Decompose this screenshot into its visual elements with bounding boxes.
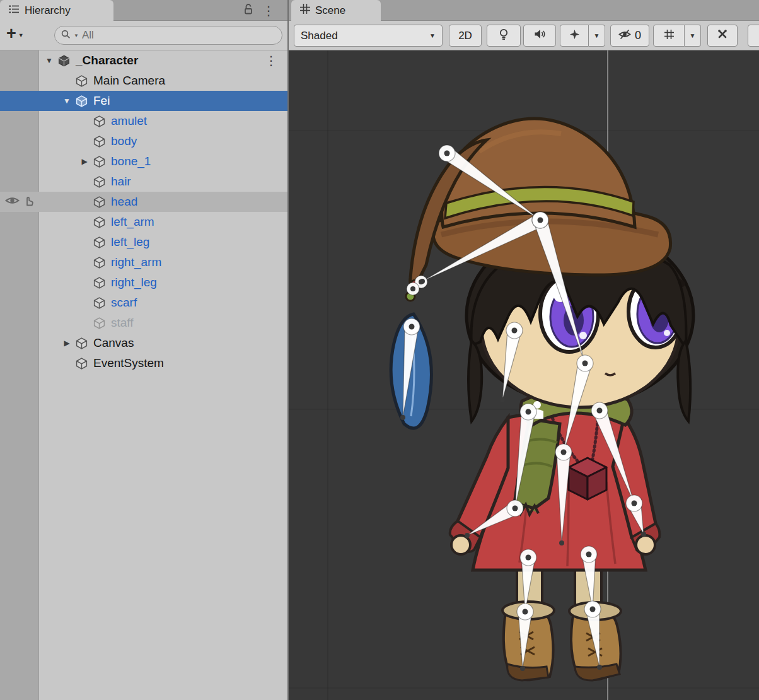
tab-scene-label: Scene (315, 4, 345, 17)
scene-toolbar: Shaded ▼ 2D ▼ 0 (289, 21, 759, 50)
hierarchy-search-input[interactable]: ▼ All (54, 26, 282, 45)
prefab-cube-icon (74, 94, 88, 108)
foldout-open-icon[interactable]: ▼ (59, 96, 74, 105)
item-label: _Character (76, 54, 138, 67)
hierarchy-menu-icon[interactable]: ⋮ (262, 4, 275, 17)
item-label: bone_1 (111, 155, 151, 168)
chevron-down-icon: ▼ (429, 32, 436, 39)
panel-divider[interactable] (287, 0, 289, 700)
unity-scene-icon (57, 54, 71, 67)
scene-effects-dropdown[interactable]: ▼ (589, 25, 605, 47)
unity-editor-window: Hierarchy ⋮ Scene + ▼ ▼ All (0, 0, 759, 700)
tab-scene[interactable]: Scene (291, 0, 381, 21)
foldout-closed-icon[interactable]: ▶ (59, 339, 74, 347)
toolbar-overflow-button[interactable] (748, 25, 759, 47)
gameobject-cube-icon (92, 255, 106, 269)
hierarchy-item-left-leg[interactable]: left_leg (0, 232, 287, 252)
item-label: amulet (111, 114, 147, 128)
item-label: Main Camera (93, 74, 165, 88)
lightbulb-icon (498, 28, 509, 44)
hierarchy-item-head[interactable]: head (0, 192, 287, 212)
toggle-2d-label: 2D (458, 30, 472, 42)
hidden-objects-toggle[interactable]: 0 (610, 25, 649, 47)
hierarchy-toolbar: + ▼ ▼ All (0, 21, 287, 50)
hierarchy-item-staff[interactable]: staff (0, 313, 287, 333)
scene-audio-toggle[interactable] (523, 25, 556, 47)
shading-mode-label: Shaded (301, 30, 338, 42)
search-filter-label: All (82, 29, 94, 42)
tab-hierarchy[interactable]: Hierarchy (0, 0, 113, 21)
gameobject-cube-icon (74, 356, 88, 370)
gameobject-cube-icon (92, 155, 106, 168)
pick-hand-icon[interactable] (23, 195, 35, 209)
item-label: scarf (111, 296, 137, 310)
scene-effects-toggle[interactable] (560, 25, 589, 47)
gameobject-cube-icon (92, 195, 106, 209)
foldout-closed-icon[interactable]: ▶ (77, 157, 92, 166)
item-label: staff (111, 316, 134, 330)
search-filter-caret-icon: ▼ (74, 33, 79, 38)
item-label: body (111, 134, 137, 148)
item-label: right_arm (111, 255, 161, 269)
scene-lighting-toggle[interactable] (487, 25, 521, 47)
scene-menu-icon[interactable]: ⋮ (265, 53, 287, 68)
item-label: Canvas (93, 336, 134, 350)
plus-icon: + (6, 24, 16, 43)
gameobject-cube-icon (74, 336, 88, 350)
hierarchy-item-hair[interactable]: hair (0, 172, 287, 192)
item-label: left_arm (111, 215, 154, 229)
tab-well: Hierarchy ⋮ Scene (0, 0, 759, 21)
crossed-tools-icon (717, 28, 728, 43)
scene-tools-button[interactable] (707, 25, 738, 47)
create-object-button[interactable]: + ▼ (6, 24, 24, 43)
toggle-2d-button[interactable]: 2D (449, 25, 482, 47)
search-icon (61, 30, 71, 42)
hierarchy-item-main-camera[interactable]: Main Camera (0, 71, 287, 91)
hierarchy-item-scarf[interactable]: scarf (0, 293, 287, 313)
hierarchy-item-amulet[interactable]: amulet (0, 111, 287, 131)
eye-icon[interactable] (5, 195, 20, 209)
gameobject-cube-icon (74, 74, 88, 88)
gameobject-cube-icon (92, 316, 106, 330)
chevron-down-icon: ▼ (18, 32, 24, 43)
hierarchy-item-eventsystem[interactable]: EventSystem (0, 353, 287, 373)
hierarchy-item-body[interactable]: body (0, 131, 287, 151)
hierarchy-item-canvas[interactable]: ▶ Canvas (0, 333, 287, 353)
gameobject-cube-icon (92, 134, 106, 148)
item-label: left_leg (111, 235, 149, 249)
item-label: EventSystem (93, 356, 164, 370)
chevron-down-icon: ▼ (594, 32, 600, 39)
hierarchy-item-right-leg[interactable]: right_leg (0, 272, 287, 293)
item-label: head (111, 195, 137, 209)
scene-canvas (289, 50, 759, 700)
lock-icon[interactable] (243, 3, 253, 18)
item-label: right_leg (111, 276, 157, 289)
hierarchy-tree: ▼ _Character ⋮ Main Camera ▼ Fei (0, 50, 287, 700)
hidden-objects-count: 0 (635, 29, 641, 42)
scene-viewport[interactable] (289, 50, 759, 700)
sparkle-icon (569, 29, 580, 43)
eye-slash-icon (618, 29, 631, 43)
gameobject-cube-icon (92, 276, 106, 289)
hierarchy-list-icon (9, 4, 20, 17)
grid-visibility-toggle[interactable] (653, 25, 685, 47)
row-visibility-controls (0, 192, 39, 212)
item-label: hair (111, 175, 131, 189)
character-sprite (391, 119, 693, 680)
hierarchy-item-bone-1[interactable]: ▶ bone_1 (0, 151, 287, 172)
foldout-open-icon[interactable]: ▼ (42, 56, 57, 65)
hierarchy-tab-extras: ⋮ (243, 0, 275, 21)
hierarchy-item-character-root[interactable]: ▼ _Character ⋮ (0, 50, 287, 71)
hierarchy-item-left-arm[interactable]: left_arm (0, 212, 287, 232)
shading-mode-dropdown[interactable]: Shaded ▼ (294, 25, 443, 47)
tab-hierarchy-label: Hierarchy (25, 4, 71, 17)
speaker-icon (534, 29, 545, 42)
gameobject-cube-icon (92, 235, 106, 249)
hierarchy-item-right-arm[interactable]: right_arm (0, 252, 287, 272)
gameobject-cube-icon (92, 215, 106, 229)
chevron-down-icon: ▼ (690, 32, 696, 39)
hierarchy-item-fei[interactable]: ▼ Fei (0, 91, 287, 111)
scene-grid-icon (300, 4, 310, 17)
gameobject-cube-icon (92, 114, 106, 128)
grid-settings-dropdown[interactable]: ▼ (685, 25, 701, 47)
